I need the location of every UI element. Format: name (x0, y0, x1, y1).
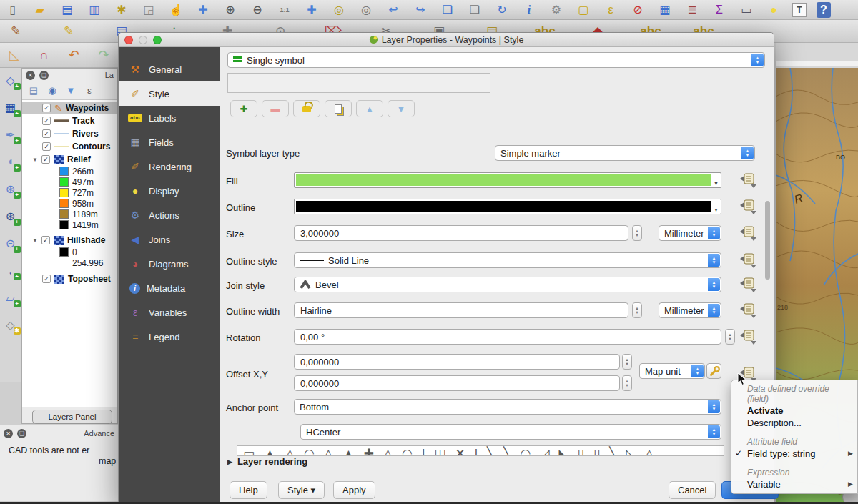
join-style-override-button[interactable] (739, 277, 757, 292)
menu-item-activate[interactable]: Activate (731, 405, 857, 417)
undo-icon[interactable]: ↶ (67, 47, 82, 63)
new-composer-icon[interactable]: ✱ (113, 2, 130, 18)
add-postgis-layer-icon[interactable]: ◖ + (3, 154, 19, 169)
anchor-horizontal-select[interactable]: HCenter ▲ ▼ (300, 424, 721, 440)
map-tips-icon[interactable]: ● (765, 2, 782, 18)
duplicate-symbol-button[interactable] (325, 100, 352, 117)
snapping-magnet-icon[interactable]: ∩ (37, 47, 51, 63)
layer-row-hillshade[interactable]: ▼ ✓ Hillshade (22, 234, 117, 247)
menu-item-field-type[interactable]: ✓ Field type: string ▶ (731, 448, 857, 460)
zoom-window-icon[interactable] (153, 36, 162, 44)
size-stepper[interactable]: ▲ ▼ (632, 225, 642, 241)
zoom-last-icon[interactable]: ↩ (385, 2, 402, 18)
pan-to-selection-icon[interactable]: ✚ (194, 2, 212, 18)
panel-float-icon[interactable]: ❏ (39, 71, 49, 80)
outline-width-unit-select[interactable]: Millimeter ▲ ▼ (659, 302, 721, 318)
symbol-tree-box[interactable] (227, 73, 490, 93)
tab-rendering[interactable]: ✐ Rendering (119, 154, 220, 179)
symbol-layer-type-select[interactable]: Simple marker ▲ ▼ (495, 145, 755, 161)
zoom-to-selection-icon[interactable]: ◎ (330, 2, 347, 18)
help-button[interactable]: Help (230, 481, 267, 499)
filter-legend-icon[interactable]: ▼ (65, 83, 77, 99)
close-window-icon[interactable] (124, 36, 133, 44)
run-feature-action-icon[interactable]: ⚙ (548, 2, 565, 18)
size-override-button[interactable] (739, 225, 757, 241)
move-symbol-up-button[interactable]: ▲ (356, 100, 383, 117)
expander-icon[interactable]: ▼ (32, 237, 38, 244)
show-bookmarks-icon[interactable]: ❏ (466, 2, 483, 18)
zoom-native-icon[interactable]: 1:1 (276, 2, 293, 18)
layer-checkbox[interactable]: ✓ (42, 129, 51, 138)
tab-style[interactable]: ✐ Style (119, 81, 220, 106)
dialog-titlebar[interactable]: Layer Properties - Waypoints | Style (119, 33, 774, 47)
identify-features-icon[interactable]: i (521, 2, 538, 18)
layer-row-toposheet[interactable]: ✓ Toposheet (22, 272, 117, 285)
scrollbar-thumb[interactable] (765, 201, 770, 280)
zoom-to-layer-icon[interactable]: ◎ (358, 2, 375, 18)
layer-checkbox[interactable]: ✓ (42, 275, 51, 283)
deselect-features-icon[interactable]: ⊘ (629, 2, 646, 18)
layer-checkbox[interactable]: ✓ (41, 236, 50, 244)
tab-diagrams[interactable]: ◕ Diagrams (119, 252, 220, 276)
outline-override-button[interactable] (739, 199, 757, 214)
zoom-in-icon[interactable]: ⊕ (222, 2, 239, 18)
add-wcs-layer-icon[interactable]: ⊛ + (3, 208, 19, 224)
tab-joins[interactable]: ◀ Joins (119, 227, 220, 252)
text-annotation-icon[interactable]: T (792, 3, 807, 17)
zoom-next-icon[interactable]: ↪ (412, 2, 429, 18)
offset-y-stepper[interactable]: ▲ ▼ (622, 375, 632, 391)
offset-unit-select[interactable]: Map unit ▲ ▼ (639, 363, 705, 379)
layers-panel-tab[interactable]: Layers Panel (32, 410, 112, 424)
statistics-icon[interactable]: Σ (711, 2, 728, 18)
marker-shape-strip[interactable]: ▭▲△◠△▲✚△◠|◫✕|╲╲◠◿◣▯▯╲◺△ (237, 445, 724, 456)
offset-y-input[interactable]: 0,000000 (294, 375, 620, 391)
rotation-input[interactable]: 0,00 ° (294, 329, 721, 345)
expression-filter-icon[interactable]: ε (84, 83, 95, 99)
add-wms-layer-icon[interactable]: ⊛ + (3, 181, 19, 197)
open-project-icon[interactable]: ▰ (31, 2, 49, 18)
layer-checkbox[interactable]: ✓ (42, 104, 51, 112)
tab-fields[interactable]: ▦ Fields (119, 130, 220, 154)
scale-ruler-icon[interactable]: ◺ (7, 47, 21, 63)
menu-item-variable[interactable]: Variable ▶ (731, 478, 857, 490)
outline-width-override-button[interactable] (739, 302, 757, 318)
add-raster-layer-icon[interactable]: ▦ + (3, 99, 19, 115)
zoom-full-icon[interactable]: ✚ (303, 2, 320, 18)
new-shapefile-layer-icon[interactable]: ▱ + (3, 290, 19, 305)
cancel-button[interactable]: Cancel (669, 481, 716, 499)
size-input[interactable]: 3,000000 (294, 225, 628, 241)
outline-style-select[interactable]: Solid Line ▲ ▼ (294, 252, 721, 268)
anchor-vertical-select[interactable]: Bottom ▲ ▼ (294, 399, 721, 415)
renderer-select[interactable]: Single symbol ▲ ▼ (227, 52, 765, 68)
new-layer-icon[interactable]: ◇ ✱ (3, 317, 19, 332)
layer-rendering-section[interactable]: ▶ Layer rendering (227, 456, 307, 467)
add-symbol-layer-button[interactable]: ✚ (230, 100, 257, 117)
layer-row-relief[interactable]: ▼ ✓ Relief (22, 153, 117, 166)
layer-row-contours[interactable]: ✓ Contours (22, 140, 117, 153)
tab-variables[interactable]: ε Variables (119, 300, 220, 325)
offset-x-input[interactable]: 0,000000 (294, 354, 620, 370)
select-features-icon[interactable]: ▢ (575, 2, 592, 18)
toggle-editing-icon[interactable]: ✎ (60, 24, 77, 39)
save-project-icon[interactable]: ▤ (59, 2, 76, 18)
outline-color-button[interactable]: ▼ (294, 199, 721, 214)
layer-visibility-icon[interactable]: ◉ (46, 83, 58, 99)
add-spatialite-layer-icon[interactable]: ✒ + (3, 127, 19, 142)
move-symbol-down-button[interactable]: ▼ (388, 100, 415, 117)
tab-actions[interactable]: ⚙ Actions (119, 203, 220, 227)
pan-map-icon[interactable]: ☝ (167, 2, 184, 18)
help-icon[interactable]: ? (817, 2, 831, 18)
fill-override-button[interactable] (739, 172, 757, 188)
composer-manager-icon[interactable]: ◲ (140, 2, 157, 18)
tab-labels[interactable]: abc Labels (119, 106, 220, 130)
panel-float-icon[interactable]: ❏ (17, 429, 26, 438)
select-by-expression-icon[interactable]: ε (602, 2, 619, 18)
remove-symbol-layer-button[interactable]: ▬ (262, 100, 289, 117)
expander-icon[interactable]: ▼ (32, 157, 38, 163)
attribute-table-icon[interactable]: ▦ (656, 2, 674, 18)
layer-checkbox[interactable]: ✓ (41, 155, 50, 164)
unit-settings-button[interactable] (706, 363, 721, 379)
layer-row-track[interactable]: ✓ Track (22, 114, 117, 127)
apply-button[interactable]: Apply (333, 481, 375, 499)
redo-icon[interactable]: ↷ (97, 47, 111, 63)
